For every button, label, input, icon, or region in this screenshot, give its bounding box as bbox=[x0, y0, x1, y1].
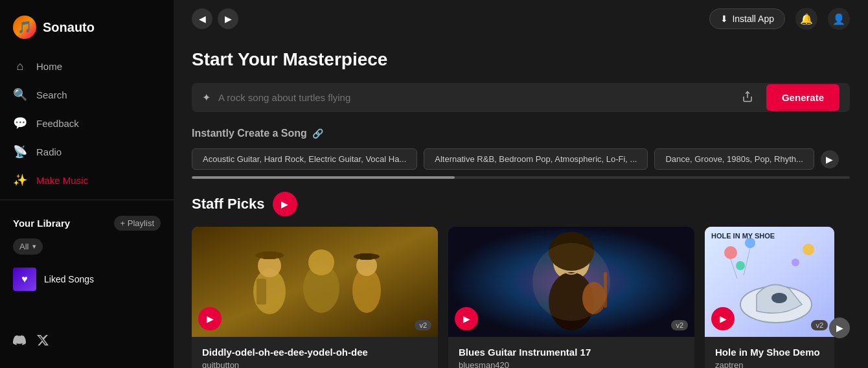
svg-rect-10 bbox=[263, 251, 276, 259]
sidebar-item-make-music[interactable]: ✨ Make Music bbox=[0, 166, 174, 194]
svg-point-27 bbox=[792, 259, 799, 266]
bell-icon: 🔔 bbox=[800, 13, 813, 25]
genre-chip-1[interactable]: Alternative R&B, Bedroom Pop, Atmospheri… bbox=[424, 148, 648, 170]
sidebar-item-home[interactable]: ⌂ Home bbox=[0, 52, 174, 80]
card-title-0: Diddly-odel-oh-ee-dee-yodel-oh-dee bbox=[202, 346, 428, 359]
add-playlist-label: + Playlist bbox=[120, 218, 154, 228]
top-bar: ◀ ▶ ⬇ Install App 🔔 👤 bbox=[174, 0, 868, 38]
search-bar: ✦ Generate bbox=[192, 83, 850, 112]
app-logo[interactable]: 🎵 Sonauto bbox=[0, 10, 174, 52]
filter-label: All bbox=[19, 242, 29, 251]
staff-picks-header: Staff Picks ▶ bbox=[192, 192, 850, 216]
discord-icon[interactable] bbox=[13, 334, 26, 350]
staff-picks-title: Staff Picks bbox=[192, 196, 265, 213]
card-image-1: ▶ v2 bbox=[448, 227, 694, 337]
card-version-badge-0: v2 bbox=[415, 320, 431, 330]
library-filter-dropdown[interactable]: All ▾ bbox=[13, 238, 43, 255]
sidebar-item-home-label: Home bbox=[36, 61, 62, 72]
card-play-button-0[interactable]: ▶ bbox=[198, 307, 222, 330]
play-all-button[interactable]: ▶ bbox=[273, 192, 297, 216]
cards-next-button[interactable]: ▶ bbox=[829, 317, 850, 338]
svg-rect-12 bbox=[360, 253, 372, 260]
notifications-button[interactable]: 🔔 bbox=[795, 8, 817, 30]
svg-rect-4 bbox=[257, 279, 266, 305]
add-playlist-button[interactable]: + Playlist bbox=[114, 216, 161, 231]
nav-arrows: ◀ ▶ bbox=[192, 8, 238, 29]
card-body-0: Diddly-odel-oh-ee-dee-yodel-oh-dee quitb… bbox=[192, 337, 438, 368]
genre-chip-0[interactable]: Acoustic Guitar, Hard Rock, Electric Gui… bbox=[192, 148, 417, 170]
sidebar-item-search[interactable]: 🔍 Search bbox=[0, 80, 174, 109]
svg-point-6 bbox=[308, 249, 334, 275]
card-body-2: Hole in My Shoe Demo zaptren pop baroque… bbox=[705, 337, 834, 368]
liked-songs-label: Liked Songs bbox=[44, 274, 94, 284]
liked-songs-icon: ♥ bbox=[13, 268, 36, 291]
forward-button[interactable]: ▶ bbox=[218, 8, 238, 29]
ai-sparkle-icon: ✦ bbox=[202, 91, 211, 104]
music-card-1: ▶ v2 Blues Guitar Instrumental 17 bluesm… bbox=[448, 227, 694, 368]
song-prompt-input[interactable] bbox=[218, 83, 729, 112]
instantly-create-header: Instantly Create a Song 🔗 bbox=[192, 128, 850, 139]
sidebar-item-feedback-label: Feedback bbox=[36, 118, 79, 129]
twitter-x-icon[interactable] bbox=[36, 334, 49, 350]
svg-point-22 bbox=[771, 293, 787, 303]
install-app-button[interactable]: ⬇ Install App bbox=[709, 8, 785, 29]
staff-picks-section: Staff Picks ▶ bbox=[192, 192, 850, 368]
music-card-0: ▶ v2 Diddly-odel-oh-ee-dee-yodel-oh-dee … bbox=[192, 227, 438, 368]
install-app-label: Install App bbox=[732, 14, 774, 24]
copy-link-icon[interactable]: 🔗 bbox=[312, 128, 323, 139]
card-title-2: Hole in My Shoe Demo bbox=[715, 346, 824, 359]
top-bar-right: ⬇ Install App 🔔 👤 bbox=[709, 8, 850, 30]
home-icon: ⌂ bbox=[13, 59, 27, 73]
library-header: Your Library + Playlist bbox=[13, 216, 161, 231]
instantly-create-title: Instantly Create a Song bbox=[192, 128, 307, 139]
card-play-button-2[interactable]: ▶ bbox=[711, 307, 735, 330]
page-content: Start Your Masterpiece ✦ Generate Instan… bbox=[192, 13, 850, 368]
search-icon: 🔍 bbox=[13, 87, 27, 102]
genre-chips-next-button[interactable]: ▶ bbox=[821, 150, 839, 168]
radio-icon: 📡 bbox=[13, 144, 27, 159]
sidebar: 🎵 Sonauto ⌂ Home 🔍 Search 💬 Feedback 📡 R… bbox=[0, 0, 174, 368]
feedback-icon: 💬 bbox=[13, 116, 27, 130]
main-content: ◀ ▶ ⬇ Install App 🔔 👤 Start Your Masterp… bbox=[174, 0, 868, 368]
back-button[interactable]: ◀ bbox=[192, 8, 212, 29]
music-card-2: HOLE IN MY SHOE ▶ v2 Hole in My Shoe Dem… bbox=[705, 227, 834, 368]
card-image-0: ▶ v2 bbox=[192, 227, 438, 337]
sidebar-nav: ⌂ Home 🔍 Search 💬 Feedback 📡 Radio ✨ Mak… bbox=[0, 52, 174, 194]
page-title: Start Your Masterpiece bbox=[192, 49, 850, 70]
profile-icon: 👤 bbox=[832, 13, 845, 25]
svg-point-26 bbox=[803, 244, 814, 255]
card-play-button-1[interactable]: ▶ bbox=[455, 307, 478, 330]
sidebar-item-radio-label: Radio bbox=[36, 146, 62, 157]
svg-point-23 bbox=[724, 246, 737, 259]
sidebar-item-make-music-label: Make Music bbox=[36, 175, 88, 186]
sidebar-footer bbox=[0, 326, 174, 358]
logo-icon: 🎵 bbox=[13, 16, 36, 39]
sidebar-item-feedback[interactable]: 💬 Feedback bbox=[0, 109, 174, 137]
library-title: Your Library bbox=[13, 218, 70, 229]
cards-container: ▶ v2 Diddly-odel-oh-ee-dee-yodel-oh-dee … bbox=[192, 227, 850, 368]
card-title-1: Blues Guitar Instrumental 17 bbox=[459, 346, 684, 359]
sidebar-item-radio[interactable]: 📡 Radio bbox=[0, 137, 174, 166]
genre-scroll-fill bbox=[192, 176, 455, 179]
card-artist-2: zaptren bbox=[715, 360, 824, 369]
card-artist-1: bluesman420 bbox=[459, 360, 684, 369]
app-name: Sonauto bbox=[43, 20, 95, 35]
chevron-down-icon: ▾ bbox=[32, 242, 36, 251]
generate-button[interactable]: Generate bbox=[766, 84, 839, 111]
share-button[interactable] bbox=[737, 86, 759, 110]
svg-point-19 bbox=[532, 243, 610, 321]
card-image-2: HOLE IN MY SHOE ▶ v2 bbox=[705, 227, 834, 337]
svg-text:HOLE IN MY SHOE: HOLE IN MY SHOE bbox=[711, 232, 775, 240]
install-icon: ⬇ bbox=[720, 14, 728, 24]
profile-button[interactable]: 👤 bbox=[828, 8, 850, 30]
svg-point-25 bbox=[736, 261, 745, 270]
sidebar-divider bbox=[0, 200, 174, 200]
liked-songs-item[interactable]: ♥ Liked Songs bbox=[13, 262, 161, 296]
library-section: Your Library + Playlist All ▾ ♥ Liked So… bbox=[0, 205, 174, 301]
filter-row: All ▾ bbox=[13, 238, 161, 255]
card-body-1: Blues Guitar Instrumental 17 bluesman420… bbox=[448, 337, 694, 368]
genre-chip-2[interactable]: Dance, Groove, 1980s, Pop, Rhyth... bbox=[654, 148, 814, 170]
card-version-badge-2: v2 bbox=[811, 320, 828, 330]
card-artist-0: quitbutton bbox=[202, 360, 428, 369]
sidebar-item-search-label: Search bbox=[36, 89, 67, 100]
